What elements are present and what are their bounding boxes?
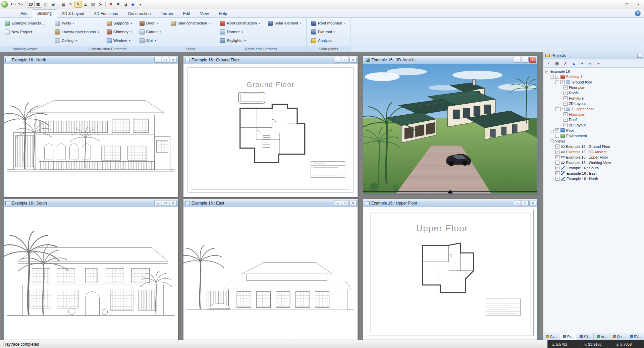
ribbon-item-walls[interactable]: Walls ▾	[54, 19, 101, 27]
ribbon-item-door[interactable]: Door ▾	[138, 19, 162, 27]
ribbon-item-chimney[interactable]: Chimney ▾	[105, 28, 133, 36]
ground-floor-plan-canvas[interactable]: Ground Floor	[183, 64, 358, 197]
minimize-button[interactable]: –	[334, 200, 341, 206]
ribbon-item-lower-upper-beams[interactable]: Lower/upper beams ▾	[54, 28, 101, 36]
dropdown-arrow-icon[interactable]: ▾	[334, 31, 335, 34]
ribbon-item-ceiling[interactable]: Ceiling ▾	[54, 37, 101, 45]
tree-item-floor-plan[interactable]: Floor plan	[544, 85, 643, 90]
redline-tool-button[interactable]: ✎	[67, 1, 74, 8]
panel-tab-catalog[interactable]: Ca...	[543, 333, 560, 340]
panel-tab-areas[interactable]: Ar...	[594, 333, 610, 340]
dropdown-arrow-icon[interactable]: ▾	[344, 22, 345, 25]
ribbon-item-example-projects[interactable]: Example projects ...	[3, 19, 47, 27]
minimize-button[interactable]: –	[514, 200, 521, 206]
new-2d-view-button[interactable]: 2D	[27, 1, 35, 8]
collapse-icon[interactable]	[550, 139, 554, 143]
column-tool-button[interactable]: ▥	[89, 1, 97, 8]
snap-tool-button[interactable]: ◆	[129, 1, 137, 8]
panel-tab-pv[interactable]: PV...	[627, 333, 644, 340]
tree-item-roofs[interactable]: Roofs	[544, 90, 643, 96]
tree-item-view-working-view[interactable]: 2D Example 16 : Working View	[544, 160, 643, 165]
south-elevation-canvas[interactable]	[4, 207, 178, 340]
maximize-button[interactable]: □	[342, 57, 349, 63]
confirm-button[interactable]: ✓	[545, 60, 552, 67]
collapse-icon[interactable]	[555, 107, 559, 111]
collapse-icon[interactable]	[555, 80, 559, 84]
ribbon-item-solar-element[interactable]: Solar element ▾	[266, 19, 303, 27]
dropdown-arrow-icon[interactable]: ▾	[155, 39, 156, 42]
checkbox[interactable]	[564, 96, 568, 100]
maximize-window-button[interactable]: □	[621, 0, 633, 9]
minimize-window-button[interactable]: –	[610, 0, 621, 9]
select-tool-button[interactable]: ↖	[74, 1, 82, 8]
ribbon-item-new-project[interactable]: New Project ...	[3, 28, 47, 36]
ribbon-item-stair-construction[interactable]: Stair construction ▾	[169, 19, 212, 27]
tab-3d-functions[interactable]: 3D Functions	[89, 10, 123, 18]
tab-help[interactable]: Help	[214, 10, 232, 18]
tree-item-2d-layout[interactable]: 2D Layout	[544, 101, 643, 106]
close-button[interactable]: ×	[350, 200, 357, 206]
window-titlebar[interactable]: Example 16 : Ground Floor – □ ×	[183, 56, 358, 64]
more-tools-button[interactable]: ▾	[137, 1, 144, 8]
checkbox[interactable]	[560, 107, 565, 111]
dropdown-arrow-icon[interactable]: ▾	[75, 39, 77, 42]
sort-descending-button[interactable]: a↑	[595, 60, 603, 67]
dropdown-arrow-icon[interactable]: ▾	[73, 22, 74, 25]
tab-building[interactable]: Building	[32, 9, 57, 18]
checkbox[interactable]	[555, 171, 559, 175]
dropdown-arrow-icon[interactable]: ▾	[130, 31, 132, 34]
checkbox[interactable]	[555, 161, 559, 165]
tab-edit[interactable]: Edit	[178, 10, 195, 18]
dropdown-arrow-icon[interactable]: ▾	[160, 31, 161, 34]
checkbox[interactable]	[555, 155, 559, 159]
undo-button[interactable]: ↶	[9, 1, 17, 8]
collapse-icon[interactable]	[550, 75, 554, 79]
tree-item-ground-floor[interactable]: Ground floor	[544, 79, 643, 85]
close-button[interactable]: ×	[170, 57, 177, 63]
close-button[interactable]: ×	[350, 57, 357, 63]
checkbox[interactable]	[555, 128, 559, 132]
ribbon-item-cutout[interactable]: Cutout ▾	[138, 28, 162, 36]
properties-button[interactable]: ▤	[553, 60, 561, 67]
east-elevation-canvas[interactable]	[183, 207, 358, 340]
tree-item-view-upper-floor[interactable]: 2D Example 16 : Upper Floor	[544, 155, 643, 160]
ribbon-item-slot[interactable]: Slot ▾	[138, 37, 162, 45]
flag-marker-alt-button[interactable]: ⚑	[114, 1, 122, 8]
grid-toggle-button[interactable]: ▦	[60, 1, 67, 8]
minimize-button[interactable]: –	[154, 57, 161, 63]
cascade-windows-button[interactable]: ⊟	[49, 1, 57, 8]
dropdown-arrow-icon[interactable]: ▾	[242, 31, 243, 34]
tree-item-building-1[interactable]: Building 1	[544, 74, 643, 79]
ribbon-item-supports[interactable]: Supports ▾	[105, 19, 133, 27]
dropdown-arrow-icon[interactable]: ▾	[245, 39, 246, 42]
sort-ascending-button[interactable]: a↓	[587, 60, 594, 67]
panel-pin-icon[interactable]	[637, 54, 642, 58]
tree-item-view-north[interactable]: Example 16 : North	[544, 176, 643, 181]
tree-item-view-south[interactable]: Example 16 : South	[544, 165, 643, 171]
upper-floor-plan-canvas[interactable]: Upper Floor	[363, 207, 537, 340]
tree-item-views[interactable]: Views	[544, 138, 643, 144]
dropdown-arrow-icon[interactable]: ▾	[157, 22, 158, 25]
maximize-button[interactable]: □	[162, 57, 169, 63]
dropdown-arrow-icon[interactable]: ▾	[98, 31, 99, 34]
maximize-button[interactable]: □	[522, 57, 529, 63]
eraser-tool-button[interactable]: ◪	[122, 1, 129, 8]
maximize-button[interactable]: □	[522, 200, 529, 206]
expand-icon[interactable]	[550, 129, 554, 132]
dropdown-arrow-icon[interactable]: ▾	[300, 22, 302, 25]
window-titlebar[interactable]: Example 16 : 3D-Ansicht – □ ×	[363, 56, 537, 64]
tree-item-furniture[interactable]: Furniture	[544, 96, 643, 101]
ribbon-item-roof-mounted[interactable]: Roof mounted ▾	[310, 19, 347, 27]
ribbon-item-skylights[interactable]: Skylights ▾	[219, 37, 262, 45]
tab-construction[interactable]: Construction	[123, 10, 156, 18]
dropdown-arrow-icon[interactable]: ▾	[131, 22, 132, 25]
redo-button[interactable]: ↷	[17, 1, 24, 8]
ribbon-item-roof-construction[interactable]: Roof construction ▾	[219, 19, 262, 27]
checkbox[interactable]	[564, 118, 568, 122]
maximize-button[interactable]: □	[162, 200, 169, 206]
checkbox[interactable]	[555, 144, 559, 149]
checkbox[interactable]	[564, 102, 568, 106]
tab-view[interactable]: View	[195, 10, 214, 18]
tab-file[interactable]: File	[15, 10, 32, 18]
tile-windows-button[interactable]: ◫	[42, 1, 49, 8]
